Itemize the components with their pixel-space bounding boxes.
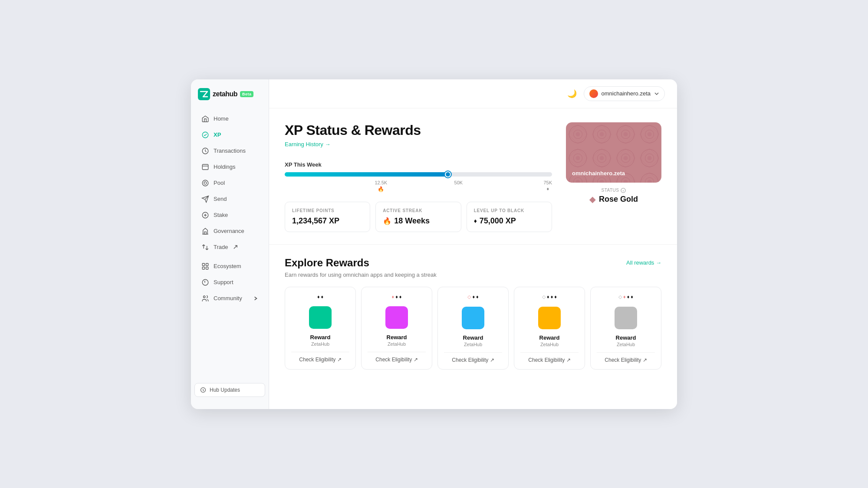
card-username: omnichainhero.zeta	[572, 170, 625, 177]
all-rewards-link[interactable]: All rewards →	[626, 259, 661, 266]
tier-diamond-black-9: ♦	[631, 294, 633, 300]
svg-rect-3	[202, 164, 208, 170]
stake-icon	[201, 211, 209, 219]
pool-icon	[201, 179, 209, 187]
marker-12k-value: 12.5K	[375, 180, 387, 185]
active-streak-value: 18 Weeks	[394, 216, 430, 226]
tier-diamond-black-5: ♦	[547, 294, 549, 300]
zetahub-logo-icon	[198, 88, 210, 100]
svg-point-5	[204, 182, 207, 184]
send-icon	[201, 195, 209, 203]
tier-diamond-2: ♦	[321, 294, 324, 299]
check-eligibility-2[interactable]: Check Eligibility ↗	[368, 352, 426, 363]
tier-diamond-black-8: ♦	[627, 294, 630, 300]
reward-brand-1: ZetaHub	[311, 341, 329, 347]
lifetime-points-value: 1,234,567 XP	[292, 216, 339, 226]
card-status-area: STATUS ◆ Rose Gold	[566, 188, 661, 204]
check-eligibility-4[interactable]: Check Eligibility ↗	[520, 352, 579, 363]
check-eligibility-3[interactable]: Check Eligibility ↗	[444, 352, 502, 363]
fire-marker-icon: 🔥	[378, 186, 384, 192]
chevron-right-icon	[253, 296, 258, 301]
sidebar-item-support[interactable]: Support	[194, 275, 265, 290]
home-icon	[201, 115, 209, 123]
status-info-icon	[621, 188, 626, 193]
progress-fill	[285, 172, 450, 177]
sidebar-item-trade[interactable]: Trade	[194, 239, 265, 255]
main-nav: Home XP Transactions	[191, 111, 269, 307]
reward-name-3: Reward	[463, 334, 483, 341]
xp-icon	[201, 131, 209, 139]
sidebar-item-home[interactable]: Home	[194, 111, 265, 127]
progress-thumb	[445, 171, 451, 177]
tier-icons-3: ◇ ♦ ♦	[467, 294, 478, 300]
tier-diamond-pink-1: ♦	[392, 294, 395, 299]
stats-row: LIFETIME POINTS 1,234,567 XP ACTIVE STRE…	[285, 202, 552, 232]
rewards-grid: ♦ ♦ Reward ZetaHub Check Eligibility ↗ ♦…	[285, 287, 661, 370]
marker-50k-value: 50K	[454, 180, 463, 185]
sidebar-item-community[interactable]: Community	[194, 291, 265, 306]
sidebar-item-ecosystem[interactable]: Ecosystem	[194, 259, 265, 274]
svg-rect-0	[198, 88, 210, 100]
tier-diamond-black-6: ♦	[551, 294, 553, 300]
reward-color-2	[385, 306, 408, 329]
tier-diamond-pink-3: ♦	[623, 294, 626, 300]
sidebar-item-governance[interactable]: Governance	[194, 223, 265, 239]
rewards-header: Explore Rewards All rewards →	[285, 257, 661, 269]
user-menu[interactable]: omnichainhero.zeta	[584, 86, 665, 101]
tier-icons-5: ◇ ♦ ♦ ♦	[618, 294, 633, 300]
tier-diamond-black-7: ♦	[554, 294, 557, 300]
sidebar-item-pool[interactable]: Pool	[194, 175, 265, 191]
reward-brand-4: ZetaHub	[540, 342, 559, 347]
reward-name-1: Reward	[310, 334, 331, 341]
reward-color-4	[538, 307, 561, 329]
tier-diamond-outline-2: ◇	[618, 294, 622, 300]
rewards-section: Explore Rewards All rewards → Earn rewar…	[269, 245, 677, 382]
xp-section: XP Status & Rewards Earning History → XP…	[269, 108, 677, 245]
streak-fire-icon: 🔥	[383, 217, 391, 225]
transactions-icon	[201, 147, 209, 155]
hub-updates-icon	[200, 387, 206, 393]
stat-active-streak: ACTIVE STREAK 🔥 18 Weeks	[375, 202, 461, 232]
tier-diamond-black-1: ♦	[395, 294, 398, 299]
main-content: 🌙 omnichainhero.zeta XP Status & Rewards…	[269, 79, 677, 409]
svg-rect-7	[204, 232, 207, 234]
svg-rect-9	[206, 263, 208, 265]
tier-diamond-black-4: ♦	[476, 294, 479, 300]
svg-point-13	[204, 296, 206, 298]
check-eligibility-5[interactable]: Check Eligibility ↗	[597, 352, 655, 363]
tier-icons-4: ◇ ♦ ♦ ♦	[542, 294, 557, 300]
sidebar-item-transactions[interactable]: Transactions	[194, 143, 265, 159]
top-header: 🌙 omnichainhero.zeta	[269, 79, 677, 108]
sidebar-item-stake[interactable]: Stake	[194, 207, 265, 223]
xp-left-panel: XP Status & Rewards Earning History → XP…	[285, 122, 552, 232]
hub-updates-button[interactable]: Hub Updates	[194, 383, 265, 397]
sidebar-item-send[interactable]: Send	[194, 191, 265, 207]
diamond-marker-icon: ♦	[546, 186, 549, 191]
reward-brand-5: ZetaHub	[617, 342, 635, 347]
community-icon	[201, 295, 209, 302]
stat-lifetime-points: LIFETIME POINTS 1,234,567 XP	[285, 202, 370, 232]
check-eligibility-1[interactable]: Check Eligibility ↗	[291, 352, 349, 363]
rose-gold-diamond-icon: ◆	[589, 195, 595, 204]
sidebar-item-holdings[interactable]: Holdings	[194, 159, 265, 175]
app-name: zetahub	[213, 90, 237, 98]
earning-history-link[interactable]: Earning History →	[285, 141, 552, 147]
reward-card-5: ◇ ♦ ♦ ♦ Reward ZetaHub Check Eligibility…	[590, 287, 661, 370]
tier-icons-1: ♦ ♦	[317, 294, 323, 299]
tier-diamond-outline-1: ◇	[542, 294, 546, 300]
reward-card-3: ◇ ♦ ♦ Reward ZetaHub Check Eligibility ↗	[437, 287, 509, 370]
reward-name-5: Reward	[616, 334, 636, 341]
tier-diamond-black-3: ♦	[472, 294, 475, 300]
dark-mode-toggle[interactable]: 🌙	[567, 89, 577, 98]
reward-card-2: ♦ ♦ ♦ Reward ZetaHub Check Eligibility ↗	[361, 287, 432, 370]
logo-area: zetahub Beta	[191, 88, 269, 111]
tier-diamond-1: ♦	[317, 294, 320, 299]
governance-icon	[201, 227, 209, 235]
reward-brand-2: ZetaHub	[388, 341, 406, 347]
svg-rect-10	[202, 267, 204, 269]
rewards-title: Explore Rewards	[285, 257, 369, 269]
sidebar-item-xp[interactable]: XP	[194, 127, 265, 143]
rewards-subtitle: Earn rewards for using omnichain apps an…	[285, 272, 661, 278]
level-up-diamond-icon: ♦	[474, 217, 477, 224]
level-up-value: 75,000 XP	[480, 216, 516, 226]
